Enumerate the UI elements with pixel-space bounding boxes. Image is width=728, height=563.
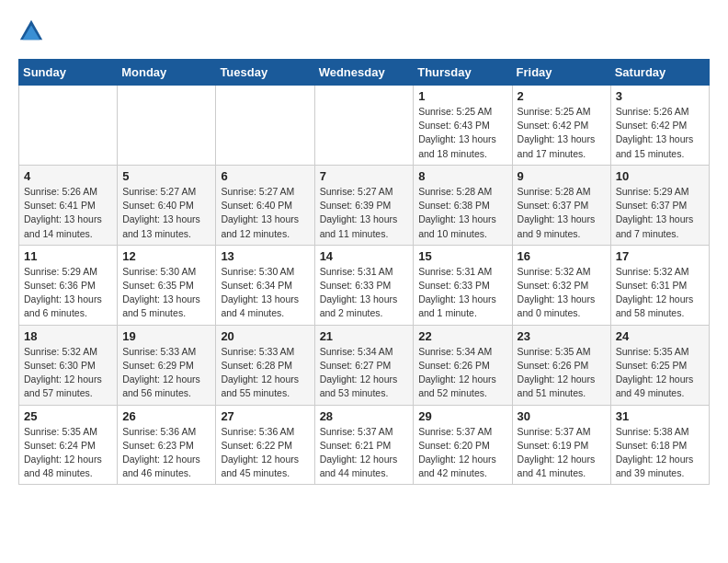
calendar-week-2: 4Sunrise: 5:26 AMSunset: 6:41 PMDaylight… <box>19 165 710 245</box>
day-info: Sunrise: 5:25 AMSunset: 6:42 PMDaylight:… <box>518 105 606 161</box>
calendar-cell <box>216 86 314 166</box>
day-number: 24 <box>616 329 704 343</box>
calendar-cell: 4Sunrise: 5:26 AMSunset: 6:41 PMDaylight… <box>19 165 118 245</box>
day-number: 27 <box>221 409 309 423</box>
calendar-cell <box>314 86 414 166</box>
day-number: 8 <box>418 169 506 183</box>
calendar-cell: 3Sunrise: 5:26 AMSunset: 6:42 PMDaylight… <box>610 86 709 166</box>
day-info: Sunrise: 5:27 AMSunset: 6:40 PMDaylight:… <box>122 185 210 241</box>
day-number: 22 <box>418 329 506 343</box>
calendar-week-3: 11Sunrise: 5:29 AMSunset: 6:36 PMDayligh… <box>19 245 710 325</box>
day-info: Sunrise: 5:37 AMSunset: 6:19 PMDaylight:… <box>518 425 606 481</box>
calendar-cell: 26Sunrise: 5:36 AMSunset: 6:23 PMDayligh… <box>118 405 216 485</box>
day-number: 2 <box>518 89 606 103</box>
day-number: 20 <box>221 329 309 343</box>
calendar-cell: 8Sunrise: 5:28 AMSunset: 6:38 PMDaylight… <box>414 165 512 245</box>
day-info: Sunrise: 5:25 AMSunset: 6:43 PMDaylight:… <box>418 105 506 161</box>
day-info: Sunrise: 5:37 AMSunset: 6:20 PMDaylight:… <box>418 425 506 481</box>
day-info: Sunrise: 5:35 AMSunset: 6:25 PMDaylight:… <box>616 345 704 401</box>
day-number: 29 <box>418 409 506 423</box>
calendar-cell: 9Sunrise: 5:28 AMSunset: 6:37 PMDaylight… <box>512 165 610 245</box>
day-number: 16 <box>518 249 606 263</box>
day-info: Sunrise: 5:28 AMSunset: 6:38 PMDaylight:… <box>418 185 506 241</box>
calendar-cell: 5Sunrise: 5:27 AMSunset: 6:40 PMDaylight… <box>118 165 216 245</box>
day-info: Sunrise: 5:30 AMSunset: 6:34 PMDaylight:… <box>221 265 309 321</box>
calendar-cell: 18Sunrise: 5:32 AMSunset: 6:30 PMDayligh… <box>19 325 118 405</box>
day-info: Sunrise: 5:34 AMSunset: 6:27 PMDaylight:… <box>320 345 409 401</box>
day-number: 15 <box>418 249 506 263</box>
calendar-header-row: SundayMondayTuesdayWednesdayThursdayFrid… <box>19 60 710 86</box>
day-number: 21 <box>320 329 409 343</box>
calendar-cell: 15Sunrise: 5:31 AMSunset: 6:33 PMDayligh… <box>414 245 512 325</box>
calendar-cell: 25Sunrise: 5:35 AMSunset: 6:24 PMDayligh… <box>19 405 118 485</box>
calendar-cell: 22Sunrise: 5:34 AMSunset: 6:26 PMDayligh… <box>414 325 512 405</box>
day-number: 3 <box>616 89 704 103</box>
calendar-cell: 14Sunrise: 5:31 AMSunset: 6:33 PMDayligh… <box>314 245 414 325</box>
calendar-week-4: 18Sunrise: 5:32 AMSunset: 6:30 PMDayligh… <box>19 325 710 405</box>
page-header <box>18 18 710 44</box>
calendar-cell: 20Sunrise: 5:33 AMSunset: 6:28 PMDayligh… <box>216 325 314 405</box>
day-number: 11 <box>24 249 112 263</box>
day-number: 14 <box>320 249 409 263</box>
header-friday: Friday <box>512 60 610 86</box>
day-info: Sunrise: 5:28 AMSunset: 6:37 PMDaylight:… <box>518 185 606 241</box>
calendar-cell: 12Sunrise: 5:30 AMSunset: 6:35 PMDayligh… <box>118 245 216 325</box>
calendar-cell: 7Sunrise: 5:27 AMSunset: 6:39 PMDaylight… <box>314 165 414 245</box>
day-info: Sunrise: 5:30 AMSunset: 6:35 PMDaylight:… <box>122 265 210 321</box>
day-info: Sunrise: 5:37 AMSunset: 6:21 PMDaylight:… <box>320 425 409 481</box>
calendar-cell: 31Sunrise: 5:38 AMSunset: 6:18 PMDayligh… <box>610 405 709 485</box>
day-number: 26 <box>122 409 210 423</box>
calendar-week-5: 25Sunrise: 5:35 AMSunset: 6:24 PMDayligh… <box>19 405 710 485</box>
calendar-cell: 1Sunrise: 5:25 AMSunset: 6:43 PMDaylight… <box>414 86 512 166</box>
day-info: Sunrise: 5:26 AMSunset: 6:42 PMDaylight:… <box>616 105 704 161</box>
day-number: 13 <box>221 249 309 263</box>
day-info: Sunrise: 5:26 AMSunset: 6:41 PMDaylight:… <box>24 185 112 241</box>
calendar-cell: 11Sunrise: 5:29 AMSunset: 6:36 PMDayligh… <box>19 245 118 325</box>
day-number: 9 <box>518 169 606 183</box>
calendar-cell: 28Sunrise: 5:37 AMSunset: 6:21 PMDayligh… <box>314 405 414 485</box>
day-number: 12 <box>122 249 210 263</box>
day-number: 28 <box>320 409 409 423</box>
calendar-cell: 13Sunrise: 5:30 AMSunset: 6:34 PMDayligh… <box>216 245 314 325</box>
day-info: Sunrise: 5:32 AMSunset: 6:31 PMDaylight:… <box>616 265 704 321</box>
header-sunday: Sunday <box>19 60 118 86</box>
calendar-cell: 30Sunrise: 5:37 AMSunset: 6:19 PMDayligh… <box>512 405 610 485</box>
day-info: Sunrise: 5:33 AMSunset: 6:28 PMDaylight:… <box>221 345 309 401</box>
day-number: 18 <box>24 329 112 343</box>
day-info: Sunrise: 5:35 AMSunset: 6:24 PMDaylight:… <box>24 425 112 481</box>
calendar-cell: 17Sunrise: 5:32 AMSunset: 6:31 PMDayligh… <box>610 245 709 325</box>
day-info: Sunrise: 5:27 AMSunset: 6:39 PMDaylight:… <box>320 185 409 241</box>
calendar-cell: 19Sunrise: 5:33 AMSunset: 6:29 PMDayligh… <box>118 325 216 405</box>
calendar-cell: 21Sunrise: 5:34 AMSunset: 6:27 PMDayligh… <box>314 325 414 405</box>
day-number: 17 <box>616 249 704 263</box>
day-number: 7 <box>320 169 409 183</box>
day-number: 19 <box>122 329 210 343</box>
header-saturday: Saturday <box>610 60 709 86</box>
header-thursday: Thursday <box>414 60 512 86</box>
day-info: Sunrise: 5:31 AMSunset: 6:33 PMDaylight:… <box>418 265 506 321</box>
day-info: Sunrise: 5:31 AMSunset: 6:33 PMDaylight:… <box>320 265 409 321</box>
calendar-cell: 23Sunrise: 5:35 AMSunset: 6:26 PMDayligh… <box>512 325 610 405</box>
calendar-cell: 2Sunrise: 5:25 AMSunset: 6:42 PMDaylight… <box>512 86 610 166</box>
logo-icon <box>18 18 44 44</box>
day-info: Sunrise: 5:36 AMSunset: 6:23 PMDaylight:… <box>122 425 210 481</box>
day-info: Sunrise: 5:27 AMSunset: 6:40 PMDaylight:… <box>221 185 309 241</box>
day-number: 10 <box>616 169 704 183</box>
day-number: 4 <box>24 169 112 183</box>
calendar-cell: 6Sunrise: 5:27 AMSunset: 6:40 PMDaylight… <box>216 165 314 245</box>
calendar-cell: 27Sunrise: 5:36 AMSunset: 6:22 PMDayligh… <box>216 405 314 485</box>
day-info: Sunrise: 5:32 AMSunset: 6:30 PMDaylight:… <box>24 345 112 401</box>
day-info: Sunrise: 5:35 AMSunset: 6:26 PMDaylight:… <box>518 345 606 401</box>
day-number: 31 <box>616 409 704 423</box>
day-number: 5 <box>122 169 210 183</box>
calendar-cell <box>118 86 216 166</box>
calendar-cell: 10Sunrise: 5:29 AMSunset: 6:37 PMDayligh… <box>610 165 709 245</box>
calendar-cell <box>19 86 118 166</box>
header-monday: Monday <box>118 60 216 86</box>
day-number: 1 <box>418 89 506 103</box>
logo <box>18 18 48 44</box>
day-info: Sunrise: 5:32 AMSunset: 6:32 PMDaylight:… <box>518 265 606 321</box>
calendar-table: SundayMondayTuesdayWednesdayThursdayFrid… <box>18 59 710 485</box>
day-info: Sunrise: 5:29 AMSunset: 6:37 PMDaylight:… <box>616 185 704 241</box>
day-number: 23 <box>518 329 606 343</box>
